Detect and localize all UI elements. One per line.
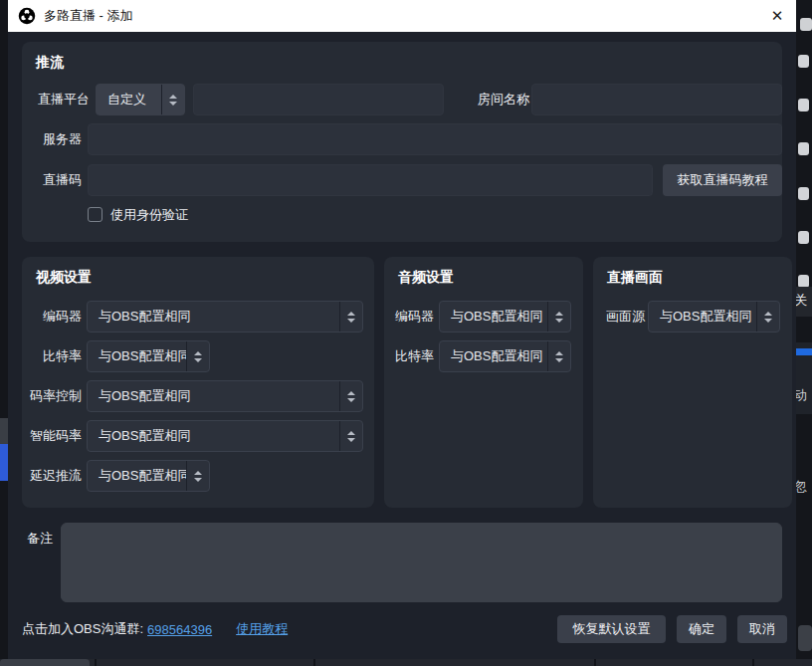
video-encoder-select[interactable]: 与OBS配置相同 [87,301,363,333]
audio-bitrate-label: 比特率 [384,340,434,372]
select-value: 与OBS配置相同 [88,381,339,411]
get-stream-key-tutorial-button[interactable]: 获取直播码教程 [663,164,782,196]
titlebar[interactable]: 多路直播 - 添加 ✕ [8,0,796,32]
row-audio-encoder: 编码器 与OBS配置相同 [384,301,583,333]
select-value: 与OBS配置相同 [88,341,186,371]
row-delayed-stream: 延迟推流 与OBS配置相同 [22,460,374,492]
chevron-up-down-icon [339,302,362,332]
section-title-video: 视频设置 [36,269,92,287]
smart-bitrate-label: 智能码率 [22,420,82,452]
bg-toggle-edge [798,142,809,155]
notes-label: 备注 [27,530,53,548]
video-bitrate-select[interactable]: 与OBS配置相同 [87,340,210,372]
stream-key-label: 直播码 [22,164,82,196]
bg-column-divider [95,659,97,666]
screen: 关 动 忽 多路直播 - 添加 ✕ 推流 直播平台 自定义 [0,0,812,666]
stream-key-input[interactable] [88,164,653,196]
row-video-bitrate: 比特率 与OBS配置相同 [22,340,374,372]
panel-audio-settings: 音频设置 编码器 与OBS配置相同 比特率 与OBS配置相同 [384,257,583,508]
dialog-multistream-add: 多路直播 - 添加 ✕ 推流 直播平台 自定义 房间名称 服务器 [8,0,796,659]
smart-bitrate-select[interactable]: 与OBS配置相同 [87,420,363,452]
delayed-stream-label: 延迟推流 [22,460,82,492]
select-value: 与OBS配置相同 [440,341,547,371]
room-name-label: 房间名称 [450,84,529,115]
chevron-up-down-icon [339,381,362,411]
bg-column-divider [313,659,315,666]
row-server: 服务器 [22,123,782,155]
video-encoder-label: 编码器 [22,301,82,333]
bg-toggle-edge [798,231,809,244]
audio-encoder-select[interactable]: 与OBS配置相同 [439,301,571,333]
qq-group-link[interactable]: 698564396 [147,622,212,637]
obs-logo-icon [18,7,36,25]
use-auth-checkbox[interactable] [88,207,102,222]
audio-bitrate-select[interactable]: 与OBS配置相同 [439,340,571,372]
row-scene-source: 画面源 与OBS配置相同 [593,301,792,333]
dialog-footer: 点击加入OBS沟通群: 698564396 使用教程 恢复默认设置 确定 取消 [22,615,787,643]
bg-left-list-item [0,418,8,444]
panel-push-stream: 推流 直播平台 自定义 房间名称 服务器 直播码 [22,42,782,242]
bg-column-divider [752,659,754,666]
bg-toggle-edge [798,55,809,68]
bg-right-blue-bar [796,348,812,355]
qq-group-text: 点击加入OBS沟通群: [22,620,143,638]
cancel-button[interactable]: 取消 [737,615,787,643]
server-input[interactable] [88,123,782,155]
row-video-encoder: 编码器 与OBS配置相同 [22,301,374,333]
bg-clipped-text: 动 [794,386,812,404]
platform-select[interactable]: 自定义 [96,84,185,115]
chevron-up-down-icon [756,302,779,332]
select-value: 与OBS配置相同 [440,302,547,332]
row-smart-bitrate: 智能码率 与OBS配置相同 [22,420,374,452]
row-audio-bitrate: 比特率 与OBS配置相同 [384,340,583,372]
platform-url-input[interactable] [193,84,444,115]
server-label: 服务器 [22,123,82,155]
row-stream-key: 直播码 获取直播码教程 [22,164,782,196]
chevron-up-down-icon [547,302,570,332]
bg-left-selected-item [0,444,8,481]
bg-clipped-text: 关 [794,292,812,310]
select-value: 与OBS配置相同 [88,461,186,491]
platform-select-value: 自定义 [97,85,161,114]
rate-control-label: 码率控制 [22,380,82,412]
panel-video-settings: 视频设置 编码器 与OBS配置相同 比特率 与OBS配置相同 [22,257,374,508]
chevron-up-down-icon [339,421,362,451]
panel-live-scene: 直播画面 画面源 与OBS配置相同 [593,257,792,508]
bg-right-button-edge [800,18,812,31]
bg-toggle-edge [798,99,809,111]
section-title-scene: 直播画面 [607,269,663,287]
video-bitrate-label: 比特率 [22,340,82,372]
usage-tutorial-link[interactable]: 使用教程 [236,620,288,638]
chevron-up-down-icon [186,341,209,371]
bg-bottom-button-edge [0,659,90,666]
room-name-input[interactable] [531,84,782,115]
select-value: 与OBS配置相同 [88,421,339,451]
bg-clipped-text: 忽 [794,478,812,496]
window-title: 多路直播 - 添加 [44,7,133,25]
chevron-up-down-icon [186,461,209,491]
ok-button[interactable]: 确定 [677,615,726,643]
row-rate-control: 码率控制 与OBS配置相同 [22,380,374,412]
chevron-up-down-icon [161,85,184,114]
chevron-up-down-icon [547,341,570,371]
select-value: 与OBS配置相同 [649,302,756,332]
notes-textarea[interactable] [61,523,782,602]
dialog-body: 推流 直播平台 自定义 房间名称 服务器 直播码 [8,32,796,659]
delayed-stream-select[interactable]: 与OBS配置相同 [87,460,210,492]
audio-encoder-label: 编码器 [384,301,434,333]
section-title-push: 推流 [36,54,64,72]
restore-defaults-button[interactable]: 恢复默认设置 [557,615,666,643]
bg-right-button-edge [798,625,812,651]
rate-control-select[interactable]: 与OBS配置相同 [87,380,363,412]
close-icon[interactable]: ✕ [764,4,790,28]
use-auth-label[interactable]: 使用身份验证 [110,204,188,226]
platform-label: 直播平台 [22,84,90,115]
select-value: 与OBS配置相同 [88,302,339,332]
scene-source-select[interactable]: 与OBS配置相同 [648,301,780,333]
bg-column-divider [594,659,596,666]
bg-bottom-table-edge [0,659,812,666]
row-auth: 使用身份验证 [22,204,782,226]
scene-source-label: 画面源 [593,301,645,333]
row-platform: 直播平台 自定义 房间名称 [22,84,782,115]
section-title-audio: 音频设置 [398,269,454,287]
